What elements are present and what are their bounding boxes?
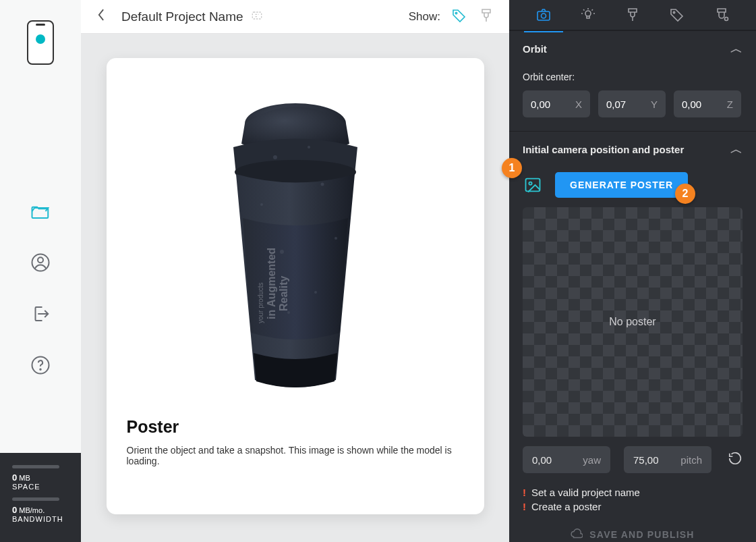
generate-poster-button[interactable]: GENERATE POSTER [555,172,688,198]
cup-model-icon: in Augmented Reality your products [181,83,410,400]
show-label: Show: [409,10,440,24]
svg-point-22 [673,11,674,13]
device-preview-icon[interactable] [27,20,54,65]
profile-icon[interactable] [29,251,52,274]
reset-camera-icon[interactable] [728,451,743,468]
annotation-badge-1: 1 [502,158,522,178]
orbit-section-body: Orbit center: 0,00X 0,07Y 0,00Z [509,66,756,131]
svg-rect-4 [252,12,261,19]
annotation-badge-2: 2 [675,184,695,204]
svg-point-25 [529,182,531,185]
tab-presets[interactable] [711,5,732,25]
card-heading: Poster [127,417,464,437]
svg-text:your products: your products [257,282,264,323]
left-sidebar: 0 MB SPACE 0 MB/mo. BANDWIDTH [0,0,81,542]
svg-point-3 [40,369,41,371]
orbit-z-input[interactable]: 0,00Z [674,90,741,117]
error-item: !Create a poster [523,501,743,512]
project-title[interactable]: Default Project Name [121,9,243,24]
card-description: Orient the object and take a snapshot. T… [127,445,464,466]
svg-point-5 [455,12,457,13]
back-button[interactable] [96,7,107,26]
tag-toggle-icon[interactable] [451,7,467,26]
model-preview[interactable]: in Augmented Reality your products [127,73,464,410]
space-amount: 0 MB [12,472,69,483]
presets-toggle-icon[interactable] [478,7,494,26]
bandwidth-amount: 0 MB/mo. [12,505,69,515]
bandwidth-bar [12,497,59,501]
svg-rect-19 [537,11,550,20]
svg-point-23 [725,18,728,21]
help-icon[interactable] [29,354,52,377]
chevron-up-icon: ︿ [730,40,743,57]
orbit-y-input[interactable]: 0,07Y [598,90,666,117]
chevron-up-icon: ︿ [730,141,743,157]
space-bar [12,465,59,468]
yaw-input[interactable]: 0,00yaw [523,446,610,473]
svg-text:in Augmented: in Augmented [266,248,277,319]
no-poster-text: No poster [609,316,656,328]
svg-point-17 [314,291,317,294]
svg-text:Reality: Reality [278,275,289,311]
svg-point-1 [38,257,43,263]
tab-material[interactable] [622,5,643,25]
svg-point-16 [280,250,284,254]
svg-point-15 [335,237,337,240]
sidebar-nav [29,200,52,377]
poster-card: in Augmented Reality your products Poste… [107,58,484,514]
svg-point-18 [287,311,290,314]
pitch-input[interactable]: 75,00pitch [624,446,711,473]
svg-point-12 [308,146,310,148]
svg-point-13 [320,183,324,186]
topbar: Default Project Name Show: [81,0,509,34]
bandwidth-label: BANDWIDTH [12,515,69,523]
tab-camera[interactable] [533,5,554,25]
orbit-section-header[interactable]: Orbit ︿ [509,30,756,66]
camera-section-header[interactable]: Initial camera position and poster ︿ [509,131,756,167]
files-icon[interactable] [29,200,52,223]
storage-panel: 0 MB SPACE 0 MB/mo. BANDWIDTH [0,453,81,542]
logout-icon[interactable] [29,302,52,325]
tab-lighting[interactable] [578,5,598,25]
show-group: Show: [409,7,494,26]
svg-point-14 [260,203,263,206]
camera-title: Initial camera position and poster [523,144,684,155]
save-publish-button[interactable]: SAVE AND PUBLISH [509,520,756,542]
orbit-center-label: Orbit center: [523,72,743,82]
tab-hotspots[interactable] [667,5,687,25]
orbit-x-input[interactable]: 0,00X [523,90,590,117]
poster-preview: No poster [523,207,743,437]
yaw-pitch-row: 0,00yaw 75,00pitch [509,443,756,480]
properties-panel: Orbit ︿ Orbit center: 0,00X 0,07Y 0,00Z … [509,0,756,542]
camera-section-body: GENERATE POSTER No poster [509,167,756,443]
validation-errors: !Set a valid project name !Create a post… [509,480,756,520]
orbit-title: Orbit [523,43,547,55]
svg-point-21 [585,11,591,16]
svg-rect-24 [526,179,540,192]
space-label: SPACE [12,483,69,491]
error-item: !Set a valid project name [523,487,743,498]
card-area: in Augmented Reality your products Poste… [81,34,509,542]
svg-point-20 [542,13,546,18]
main-column: Default Project Name Show: [81,0,509,542]
svg-point-11 [273,155,277,159]
rename-icon[interactable] [250,9,264,25]
panel-tabs [509,0,756,30]
upload-poster-icon[interactable] [523,175,543,195]
